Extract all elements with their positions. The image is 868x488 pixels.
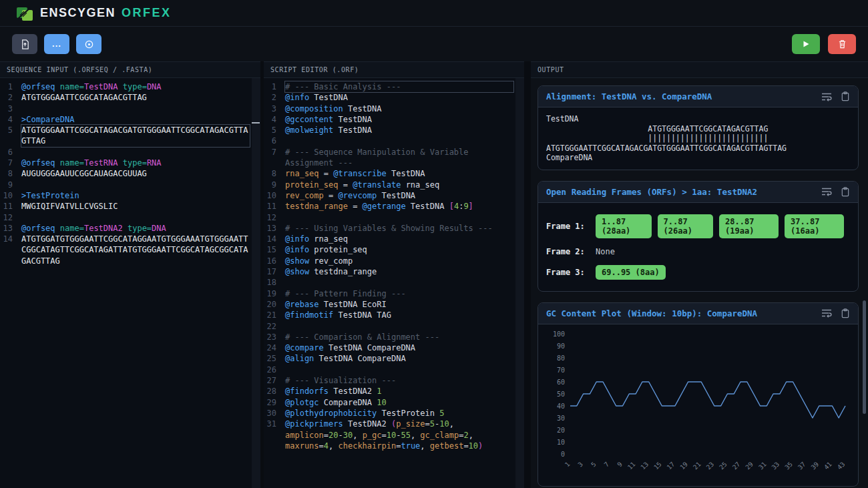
focus-target-button[interactable]	[76, 34, 101, 54]
editor-line[interactable]: 25@align TestDNA CompareDNA	[264, 353, 524, 364]
editor-line[interactable]: 13# --- Using Variables & Showing Result…	[264, 223, 524, 234]
output-card-title: Open Reading Frames (ORFs) > 1aa: TestDN…	[546, 187, 757, 197]
editor-line[interactable]: 5@molweight TestDNA	[264, 125, 524, 136]
editor-line[interactable]: 11MWGIQIFVATVLLCVGSLIC	[0, 201, 260, 212]
sequence-editor[interactable]: 1@orfseq name=TestDNA type=DNA2ATGTGGGAA…	[0, 78, 260, 488]
line-code: >TestProtein	[21, 190, 250, 201]
svg-text:13: 13	[639, 461, 650, 471]
editor-line[interactable]: 3@composition TestDNA	[264, 103, 524, 114]
editor-line[interactable]: 22	[264, 321, 524, 332]
editor-line[interactable]: 12	[264, 212, 524, 223]
editor-line[interactable]: 18	[264, 277, 524, 288]
editor-line[interactable]: 28@findorfs TestDNA2 1	[264, 386, 524, 397]
chart-container: 0102030405060708090100135791113151719212…	[538, 324, 858, 486]
editor-line[interactable]: 12	[0, 212, 260, 223]
svg-text:30: 30	[557, 414, 565, 421]
svg-text:37: 37	[797, 461, 807, 471]
scroll-position-marker	[252, 122, 260, 124]
line-number: 11	[0, 201, 21, 212]
editor-line[interactable]: 8AUGUGGGAAUUCGGCAUAGACGUUAG	[0, 168, 260, 179]
line-number: 11	[264, 201, 285, 212]
clear-button[interactable]	[828, 34, 856, 54]
editor-line[interactable]: 14ATGTGGATGTGGGAATTCGGCATAGGAATGTGGGAAAT…	[0, 234, 260, 266]
editor-line[interactable]: 10>TestProtein	[0, 190, 260, 201]
line-number: 14	[0, 234, 21, 266]
output-panel: OUTPUT Alignment: TestDNA vs. CompareDNA…	[531, 61, 868, 488]
line-number: 4	[0, 114, 21, 125]
editor-line[interactable]: 17@show testdna_range	[264, 266, 524, 277]
editor-line[interactable]: 21@findmotif TestDNA TAG	[264, 310, 524, 320]
run-button[interactable]	[792, 34, 820, 54]
svg-text:25: 25	[718, 461, 728, 471]
editor-line[interactable]: 23# --- Comparison & Alignment ---	[264, 332, 524, 342]
line-number: 13	[0, 223, 21, 234]
editor-line[interactable]: 6	[0, 147, 260, 158]
editor-line[interactable]: 9protein_seq = @translate rna_seq	[264, 180, 524, 190]
editor-line[interactable]: 19# --- Pattern Finding ---	[264, 288, 524, 299]
editor-line[interactable]: 9	[0, 180, 260, 190]
word-wrap-icon[interactable]	[821, 92, 833, 101]
line-number: 6	[0, 147, 21, 158]
editor-line[interactable]: 15@info protein_seq	[264, 244, 524, 255]
word-wrap-icon[interactable]	[821, 308, 833, 318]
output-cards-container: Alignment: TestDNA vs. CompareDNA TestDN…	[531, 78, 868, 488]
line-code: protein_seq = @translate rna_seq	[285, 180, 513, 190]
editor-line[interactable]: 4@gccontent TestDNA	[264, 114, 524, 125]
editor-line[interactable]: 7@orfseq name=TestRNA type=RNA	[0, 158, 260, 168]
editor-line[interactable]: 26	[264, 364, 524, 375]
output-card: Alignment: TestDNA vs. CompareDNA TestDN…	[537, 85, 859, 170]
editor-line[interactable]: 13@orfseq name=TestDNA2 type=DNA	[0, 223, 260, 234]
editor-line[interactable]: 7# --- Sequence Manipulation & Variable …	[264, 147, 524, 169]
line-code: @findorfs TestDNA2 1	[285, 386, 513, 397]
line-code: @composition TestDNA	[285, 103, 513, 114]
editor-line[interactable]: 29@plotgc CompareDNA 10	[264, 397, 524, 408]
orf-badge: 7..87 (26aa)	[658, 214, 714, 238]
sequence-input-panel: SEQUENCE INPUT (.ORFSEQ / .FASTA) 1@orfs…	[0, 61, 260, 488]
editor-line[interactable]: 16@show rev_comp	[264, 256, 524, 266]
editor-line[interactable]: 20@rebase TestDNA EcoRI	[264, 299, 524, 310]
editor-line[interactable]: 10rev_comp = @revcomp TestDNA	[264, 190, 524, 201]
editor-line[interactable]: 27# --- Visualization ---	[264, 375, 524, 386]
editor-line[interactable]: 2@info TestDNA	[264, 92, 524, 103]
editor-line[interactable]: 3	[0, 103, 260, 114]
editor-line[interactable]: 6	[264, 136, 524, 146]
new-file-button[interactable]	[12, 34, 37, 54]
copy-clipboard-icon[interactable]	[841, 187, 850, 197]
word-wrap-icon[interactable]	[821, 187, 833, 196]
script-editor[interactable]: 1# --- Basic Analysis ---2@info TestDNA3…	[264, 78, 524, 488]
copy-clipboard-icon[interactable]	[841, 308, 850, 318]
svg-text:15: 15	[652, 461, 663, 471]
frame-label: Frame 1:	[546, 222, 596, 231]
svg-text:50: 50	[557, 390, 565, 397]
copy-clipboard-icon[interactable]	[841, 91, 850, 101]
orf-frame-row: Frame 1:1..87 (28aa)7..87 (26aa)28..87 (…	[546, 214, 850, 238]
output-scrollbar-thumb[interactable]	[863, 300, 866, 414]
sequence-panel-title: SEQUENCE INPUT (.ORFSEQ / .FASTA)	[0, 61, 260, 78]
brand-name: ENSCYGEN	[40, 6, 116, 20]
script-editor-scrollbar[interactable]	[515, 78, 524, 488]
editor-line[interactable]: 30@plothydrophobicity TestProtein 5	[264, 408, 524, 419]
svg-text:3: 3	[576, 461, 584, 469]
line-code: @info TestDNA	[285, 92, 513, 103]
svg-text:33: 33	[770, 461, 781, 471]
editor-line[interactable]: 4>CompareDNA	[0, 114, 260, 125]
orf-badge: 1..87 (28aa)	[596, 214, 652, 238]
editor-line[interactable]: 1@orfseq name=TestDNA type=DNA	[0, 81, 260, 92]
editor-line[interactable]: 24@compare TestDNA CompareDNA	[264, 342, 524, 353]
svg-text:23: 23	[704, 461, 715, 471]
editor-line[interactable]: 2ATGTGGGAATTCGGCATAGACGTTAG	[0, 92, 260, 103]
editor-line[interactable]: 31@pickprimers TestDNA2 (p_size=5-10, am…	[264, 419, 524, 451]
line-number: 2	[264, 92, 285, 103]
svg-text:39: 39	[809, 460, 820, 471]
editor-line[interactable]: 5ATGTGGGAATTCGGCATAGACGATGTGGGAATTCGGCAT…	[0, 125, 260, 147]
more-options-button[interactable]: ...	[44, 34, 69, 54]
editor-line[interactable]: 1# --- Basic Analysis ---	[264, 81, 524, 92]
editor-line[interactable]: 8rna_seq = @transcribe TestDNA	[264, 168, 524, 179]
sequence-editor-scrollbar[interactable]	[252, 78, 260, 488]
editor-line[interactable]: 11testdna_range = @getrange TestDNA [4:9…	[264, 201, 524, 212]
svg-text:80: 80	[557, 354, 565, 361]
line-number: 18	[264, 277, 285, 288]
orf-badge: 69..95 (8aa)	[596, 265, 666, 280]
editor-line[interactable]: 14@info rna_seq	[264, 234, 524, 244]
line-number: 7	[0, 158, 21, 168]
